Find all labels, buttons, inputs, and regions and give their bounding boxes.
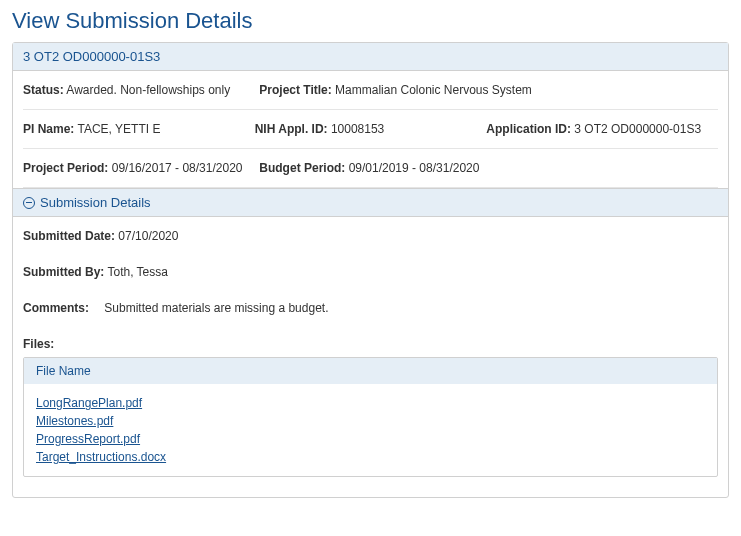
- project-title-cell: Project Title: Mammalian Colonic Nervous…: [259, 83, 718, 97]
- submitted-date-value: 07/10/2020: [118, 229, 178, 243]
- submitted-by-row: Submitted By: Toth, Tessa: [23, 265, 718, 301]
- grant-number-header: 3 OT2 OD000000-01S3: [13, 43, 728, 71]
- pi-name-label: PI Name:: [23, 122, 74, 136]
- submitted-date-label: Submitted Date:: [23, 229, 115, 243]
- project-title-label: Project Title:: [259, 83, 331, 97]
- project-period-label: Project Period:: [23, 161, 108, 175]
- file-link[interactable]: Milestones.pdf: [36, 412, 705, 430]
- file-name-header: File Name: [24, 358, 717, 384]
- files-box: File Name LongRangePlan.pdf Milestones.p…: [23, 357, 718, 477]
- files-label: Files:: [23, 337, 54, 351]
- status-value: Awarded. Non-fellowships only: [66, 83, 230, 97]
- application-id-value: 3 OT2 OD000000-01S3: [574, 122, 701, 136]
- status-cell: Status: Awarded. Non-fellowships only: [23, 83, 259, 97]
- files-area: Files: File Name LongRangePlan.pdf Miles…: [23, 337, 718, 477]
- pi-name-value: TACE, YETTI E: [77, 122, 160, 136]
- project-period-value: 09/16/2017 - 08/31/2020: [112, 161, 243, 175]
- details-panel: 3 OT2 OD000000-01S3 Status: Awarded. Non…: [12, 42, 729, 498]
- comments-value: Submitted materials are missing a budget…: [104, 301, 328, 315]
- minus-circle-icon: [23, 197, 35, 209]
- submitted-date-row: Submitted Date: 07/10/2020: [23, 229, 718, 265]
- page-title: View Submission Details: [12, 8, 729, 34]
- submission-details-toggle[interactable]: Submission Details: [13, 188, 728, 217]
- comments-label: Comments:: [23, 301, 89, 315]
- project-title-value: Mammalian Colonic Nervous System: [335, 83, 532, 97]
- submitted-by-value: Toth, Tessa: [107, 265, 167, 279]
- nih-appl-id-cell: NIH Appl. ID: 10008153: [255, 122, 487, 136]
- submitted-by-label: Submitted By:: [23, 265, 104, 279]
- file-link[interactable]: LongRangePlan.pdf: [36, 394, 705, 412]
- info-row-3: Project Period: 09/16/2017 - 08/31/2020 …: [23, 149, 718, 188]
- nih-appl-id-value: 10008153: [331, 122, 384, 136]
- info-row-1: Status: Awarded. Non-fellowships only Pr…: [23, 71, 718, 110]
- files-body: LongRangePlan.pdf Milestones.pdf Progres…: [24, 384, 717, 476]
- nih-appl-id-label: NIH Appl. ID:: [255, 122, 328, 136]
- panel-body: Status: Awarded. Non-fellowships only Pr…: [13, 71, 728, 497]
- budget-period-cell: Budget Period: 09/01/2019 - 08/31/2020: [259, 161, 718, 175]
- budget-period-label: Budget Period:: [259, 161, 345, 175]
- file-link[interactable]: ProgressReport.pdf: [36, 430, 705, 448]
- application-id-cell: Application ID: 3 OT2 OD000000-01S3: [486, 122, 718, 136]
- application-id-label: Application ID:: [486, 122, 571, 136]
- submission-details-body: Submitted Date: 07/10/2020 Submitted By:…: [23, 217, 718, 497]
- pi-name-cell: PI Name: TACE, YETTI E: [23, 122, 255, 136]
- submission-details-title: Submission Details: [40, 195, 151, 210]
- file-link[interactable]: Target_Instructions.docx: [36, 448, 705, 466]
- comments-row: Comments: Submitted materials are missin…: [23, 301, 718, 337]
- status-label: Status:: [23, 83, 64, 97]
- project-period-cell: Project Period: 09/16/2017 - 08/31/2020: [23, 161, 259, 175]
- info-row-2: PI Name: TACE, YETTI E NIH Appl. ID: 100…: [23, 110, 718, 149]
- budget-period-value: 09/01/2019 - 08/31/2020: [349, 161, 480, 175]
